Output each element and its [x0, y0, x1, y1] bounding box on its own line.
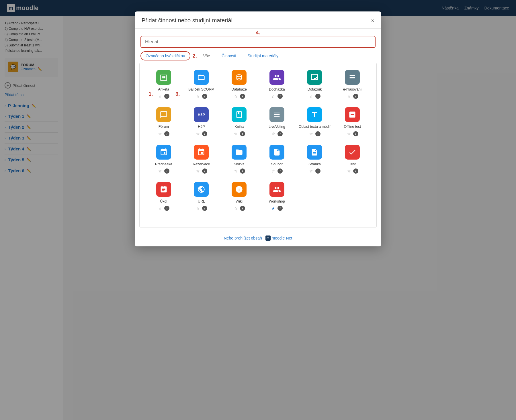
oblast-textu-star-button[interactable]: ☆: [309, 131, 314, 137]
h5p-info-button[interactable]: i: [202, 131, 207, 136]
step4-label: 4.: [256, 30, 260, 36]
url-icon: [194, 182, 209, 197]
search-section: [135, 36, 381, 51]
scorm-name: Balíček SCORM: [188, 87, 214, 92]
forum-star-button[interactable]: ☆: [158, 131, 163, 137]
kniha-star-button[interactable]: ☆: [233, 131, 238, 137]
test-info-button[interactable]: i: [353, 168, 358, 174]
activity-kniha[interactable]: Kniha ☆ i: [221, 103, 257, 139]
activity-databaze[interactable]: Databáze ☆ i: [221, 65, 257, 101]
offline-test-info-button[interactable]: i: [353, 131, 358, 136]
activity-scorm[interactable]: Balíček SCORM ☆ i: [183, 65, 220, 101]
h5p-text: H5P: [198, 113, 205, 117]
prednaška-star-button[interactable]: ☆: [158, 168, 163, 174]
activity-prednaška[interactable]: Přednáška ☆ i: [145, 140, 182, 176]
scorm-info-button[interactable]: i: [202, 94, 207, 99]
moodlenet-text: Nebo prohlížet obsah m moodleNet: [224, 235, 292, 241]
ehlasovani-star-button[interactable]: ☆: [347, 93, 351, 99]
scorm-star-button[interactable]: ☆: [196, 93, 200, 99]
tab-materials[interactable]: Studijní materiály: [243, 51, 284, 60]
rezervace-info-button[interactable]: i: [202, 168, 207, 174]
workshop-actions: ★ i: [271, 205, 283, 211]
activity-soubor[interactable]: Soubor ☆ i: [259, 140, 295, 176]
modal-overlay: Přidat činnost nebo studijní materiál × …: [0, 0, 516, 420]
activity-anketa[interactable]: Anketa 1. ☆ i 3.: [145, 65, 182, 101]
activity-url[interactable]: URL ☆ i: [183, 177, 220, 213]
step3-label: 3.: [175, 91, 180, 97]
bottom-link-section: Nebo prohlížet obsah m moodleNet: [135, 232, 381, 246]
ehlasovani-info-button[interactable]: i: [353, 94, 358, 99]
activity-workshop[interactable]: Workshop ★ i: [259, 177, 295, 213]
forum-info-button[interactable]: i: [164, 131, 169, 136]
soubor-name: Soubor: [271, 162, 283, 166]
anketa-star-button[interactable]: ☆: [158, 93, 163, 99]
databaze-info-button[interactable]: i: [240, 94, 245, 99]
search-input[interactable]: [145, 39, 371, 44]
kniha-icon: [232, 107, 247, 122]
activity-forum[interactable]: Fórum ☆ i: [145, 103, 182, 139]
activity-wiki[interactable]: Wiki ☆ i: [221, 177, 257, 213]
soubor-star-button[interactable]: ☆: [271, 168, 276, 174]
wiki-info-button[interactable]: i: [240, 206, 245, 211]
modal-dialog: Přidat činnost nebo studijní materiál × …: [135, 11, 381, 246]
offline-test-star-button[interactable]: ☆: [347, 131, 351, 137]
activity-livevoting[interactable]: LiveVoting ☆ i: [259, 103, 295, 139]
livevoting-info-button[interactable]: i: [277, 131, 283, 136]
livevoting-star-button[interactable]: ☆: [271, 131, 276, 137]
dotaznik-actions: ☆ i: [309, 93, 320, 99]
forum-activity-name: Fórum: [159, 124, 169, 129]
oblast-textu-info-button[interactable]: i: [315, 131, 320, 136]
kniha-info-button[interactable]: i: [240, 131, 245, 136]
soubor-info-button[interactable]: i: [277, 168, 283, 174]
workshop-star-button[interactable]: ★: [271, 205, 276, 211]
moodlenet-link[interactable]: Nebo prohlížet obsah m moodleNet: [224, 236, 292, 240]
slozka-info-button[interactable]: i: [240, 168, 245, 174]
tab-all[interactable]: Vše: [198, 51, 215, 60]
wiki-star-button[interactable]: ☆: [233, 205, 238, 211]
url-name: URL: [198, 199, 205, 204]
slozka-name: Složka: [234, 162, 245, 166]
stranka-actions: ☆ i: [309, 168, 320, 174]
tab-starred[interactable]: Označeno hvězdičkou: [140, 51, 190, 60]
databaze-star-button[interactable]: ☆: [233, 93, 238, 99]
activity-oblast-textu[interactable]: Oblast textu a médií ☆ i: [296, 103, 333, 139]
stranka-star-button[interactable]: ☆: [309, 168, 314, 174]
modal-close-button[interactable]: ×: [371, 18, 374, 23]
databaze-name: Databáze: [231, 87, 247, 92]
dotaznik-icon: [307, 70, 322, 85]
rezervace-star-button[interactable]: ☆: [196, 168, 200, 174]
h5p-star-button[interactable]: ☆: [196, 131, 200, 137]
oblast-textu-icon: [307, 107, 322, 122]
ukol-info-button[interactable]: i: [164, 206, 169, 211]
activity-rezervace[interactable]: Rezervace ☆ i: [183, 140, 220, 176]
activity-h5p[interactable]: H5P H5P ☆ i: [183, 103, 220, 139]
dotaznik-info-button[interactable]: i: [315, 94, 320, 99]
modal-title: Přidat činnost nebo studijní materiál: [142, 17, 232, 24]
activity-offline-test[interactable]: Offline test ☆ i: [334, 103, 371, 139]
test-star-button[interactable]: ☆: [347, 168, 351, 174]
dochazka-star-button[interactable]: ☆: [271, 93, 276, 99]
prednaška-info-button[interactable]: i: [164, 168, 169, 174]
soubor-icon: [269, 145, 284, 160]
stranka-info-button[interactable]: i: [315, 168, 320, 174]
rezervace-icon: [194, 145, 209, 160]
activity-stranka[interactable]: Stránka ☆ i: [296, 140, 333, 176]
activity-ehlasovani[interactable]: e-hlasování ☆ i: [334, 65, 371, 101]
h5p-icon: H5P: [194, 107, 209, 122]
activity-dochazka[interactable]: Docházka ☆ i: [259, 65, 295, 101]
anketa-info-button[interactable]: i: [164, 94, 169, 99]
slozka-star-button[interactable]: ☆: [233, 168, 238, 174]
activity-dotaznik[interactable]: Dotazník ☆ i: [296, 65, 333, 101]
activity-ukol[interactable]: Úkol ☆ i: [145, 177, 182, 213]
dochazka-info-button[interactable]: i: [277, 94, 283, 99]
url-info-button[interactable]: i: [202, 206, 207, 211]
dotaznik-star-button[interactable]: ☆: [309, 93, 314, 99]
url-star-button[interactable]: ☆: [196, 205, 200, 211]
test-actions: ☆ i: [347, 168, 358, 174]
workshop-info-button[interactable]: i: [277, 206, 283, 211]
activity-slozka[interactable]: Složka ☆ i: [221, 140, 257, 176]
kniha-actions: ☆ i: [233, 131, 245, 137]
tab-activities[interactable]: Činnosti: [216, 51, 241, 60]
ukol-star-button[interactable]: ☆: [158, 205, 163, 211]
activity-test[interactable]: Test ☆ i: [334, 140, 371, 176]
